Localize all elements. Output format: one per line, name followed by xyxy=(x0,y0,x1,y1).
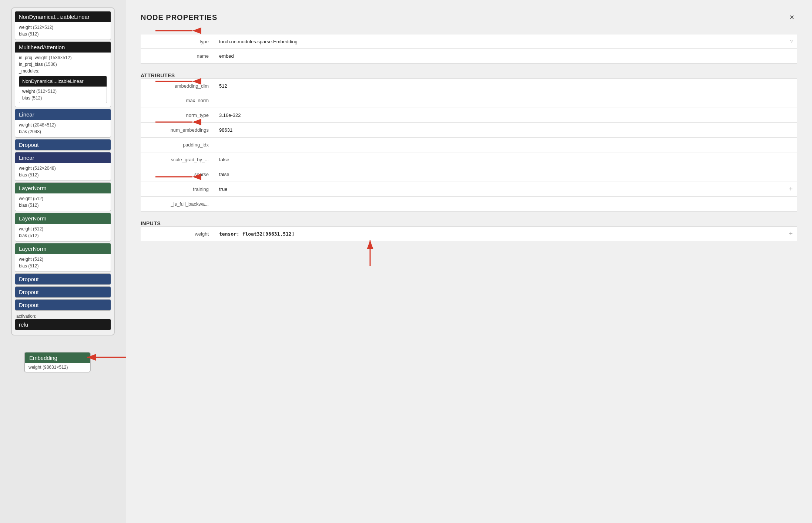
attr-row-4: padding_idx xyxy=(141,138,797,152)
attr-row-8: _is_full_backwa... xyxy=(141,197,797,212)
attr-add-7[interactable]: + xyxy=(784,185,797,193)
type-row: type torch.nn.modules.sparse.Embedding ? xyxy=(141,34,797,49)
attr-row-2: norm_type3.16e-322 xyxy=(141,108,797,123)
layernorm3-body: weight (512) bias (512) xyxy=(15,254,111,271)
embedding-body: weight (98631×512) xyxy=(25,363,90,372)
layernorm3-header: LayerNorm xyxy=(15,243,111,254)
attr-value-7: true xyxy=(215,183,784,195)
attr-row-3: num_embeddings98631 xyxy=(141,123,797,138)
input-value-0: tensor: float32[98631,512] xyxy=(215,228,784,240)
name-row: name embed xyxy=(141,49,797,64)
attr-value-8 xyxy=(215,201,797,207)
node-dropout4[interactable]: Dropout xyxy=(15,299,111,311)
close-button[interactable]: × xyxy=(786,11,797,24)
attr-value-1 xyxy=(215,98,797,104)
attr-label-0: embedding_dim xyxy=(141,80,215,92)
right-panel: NODE PROPERTIES × type torch.nn.modules.… xyxy=(126,0,812,523)
relu-header: relu xyxy=(15,319,111,330)
inputs-rows: weighttensor: float32[98631,512]+ xyxy=(141,226,797,241)
attr-label-8: _is_full_backwa... xyxy=(141,198,215,210)
attr-value-0: 512 xyxy=(215,80,797,92)
layernorm2-header: LayerNorm xyxy=(15,213,111,224)
embedding-header: Embedding xyxy=(25,352,90,363)
nondyn-sub-header: NonDynamical...izableLinear xyxy=(19,76,107,87)
attr-label-5: scale_grad_by_... xyxy=(141,154,215,165)
nondyn-top-header: NonDynamical...izableLinear xyxy=(15,11,111,22)
linear2-header: Linear xyxy=(15,152,111,163)
input-row-0: weighttensor: float32[98631,512]+ xyxy=(141,226,797,241)
node-relu[interactable]: relu xyxy=(15,319,111,330)
dropout1-header: Dropout xyxy=(15,139,111,150)
linear2-body: weight (512×2048) bias (512) xyxy=(15,163,111,180)
panel-header: NODE PROPERTIES × xyxy=(141,11,797,24)
node-layernorm1[interactable]: LayerNorm weight (512) bias (512) xyxy=(15,182,111,211)
nondyn-top-body: weight (512×512) bias (512) xyxy=(15,22,111,40)
attributes-rows: embedding_dim512max_normnorm_type3.16e-3… xyxy=(141,78,797,212)
attr-value-6: false xyxy=(215,169,797,180)
attr-value-5: false xyxy=(215,154,797,165)
attr-label-3: num_embeddings xyxy=(141,124,215,136)
name-label: name xyxy=(141,50,215,62)
node-linear1[interactable]: Linear weight (2048×512) bias (2048) xyxy=(15,109,111,138)
attr-label-1: max_norm xyxy=(141,95,215,106)
type-value: torch.nn.modules.sparse.Embedding xyxy=(215,36,786,47)
attributes-title: ATTRIBUTES xyxy=(141,72,797,78)
node-dropout1[interactable]: Dropout xyxy=(15,139,111,151)
attr-row-1: max_norm xyxy=(141,93,797,108)
type-question: ? xyxy=(786,39,797,44)
attr-label-7: training xyxy=(141,183,215,195)
input-label-0: weight xyxy=(141,228,215,240)
node-list: NonDynamical...izableLinear weight (512×… xyxy=(11,7,115,335)
multihead-body: in_proj_weight (1536×512) in_proj_bias (… xyxy=(15,53,111,107)
attr-value-3: 98631 xyxy=(215,124,797,136)
dropout3-header: Dropout xyxy=(15,287,111,297)
layernorm1-body: weight (512) bias (512) xyxy=(15,193,111,211)
attr-value-2: 3.16e-322 xyxy=(215,109,797,121)
layernorm2-body: weight (512) bias (512) xyxy=(15,224,111,241)
node-layernorm3[interactable]: LayerNorm weight (512) bias (512) xyxy=(15,243,111,272)
attr-row-5: scale_grad_by_...false xyxy=(141,152,797,167)
left-panel: NonDynamical...izableLinear weight (512×… xyxy=(0,0,126,523)
embedding-node[interactable]: Embedding weight (98631×512) xyxy=(24,352,91,372)
linear1-header: Linear xyxy=(15,109,111,120)
inputs-section: INPUTS weighttensor: float32[98631,512]+ xyxy=(141,220,797,241)
multihead-header: MultiheadAttention xyxy=(15,42,111,53)
attr-row-6: sparsefalse xyxy=(141,167,797,182)
node-dropout2[interactable]: Dropout xyxy=(15,273,111,285)
activation-label: activation: xyxy=(15,312,111,319)
nondyn-sub-body: weight (512×512) bias (512) xyxy=(19,87,107,103)
linear1-body: weight (2048×512) bias (2048) xyxy=(15,120,111,137)
dropout2-header: Dropout xyxy=(15,274,111,284)
node-layernorm2[interactable]: LayerNorm weight (512) bias (512) xyxy=(15,213,111,242)
attr-label-4: padding_idx xyxy=(141,139,215,151)
panel-title: NODE PROPERTIES xyxy=(141,13,217,22)
input-add-0[interactable]: + xyxy=(784,230,797,238)
attr-value-4 xyxy=(215,142,797,148)
node-nondyn-top[interactable]: NonDynamical...izableLinear weight (512×… xyxy=(15,11,111,40)
type-label: type xyxy=(141,36,215,47)
layernorm1-header: LayerNorm xyxy=(15,183,111,193)
node-multihead[interactable]: MultiheadAttention in_proj_weight (1536×… xyxy=(15,41,111,107)
attributes-section: ATTRIBUTES embedding_dim512max_normnorm_… xyxy=(141,72,797,212)
attr-label-2: norm_type xyxy=(141,109,215,121)
node-linear2[interactable]: Linear weight (512×2048) bias (512) xyxy=(15,152,111,181)
attr-row-7: trainingtrue+ xyxy=(141,182,797,197)
attr-label-6: sparse xyxy=(141,169,215,180)
name-value: embed xyxy=(215,50,797,62)
inputs-title: INPUTS xyxy=(141,220,797,226)
dropout4-header: Dropout xyxy=(15,300,111,310)
node-dropout3[interactable]: Dropout xyxy=(15,286,111,298)
type-section: type torch.nn.modules.sparse.Embedding ?… xyxy=(141,34,797,64)
attr-row-0: embedding_dim512 xyxy=(141,78,797,93)
